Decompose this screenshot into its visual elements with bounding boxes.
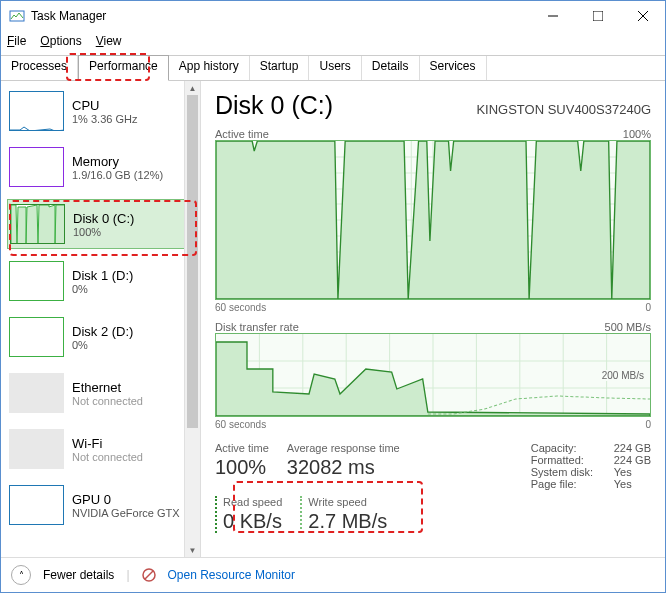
pagefile-label: Page file: [531,478,606,490]
footer: ˄ Fewer details | Open Resource Monitor [1,557,665,592]
menu-file[interactable]: File [7,34,26,48]
transfer-rate-graph: 200 MB/s [215,333,651,417]
tabs: Processes Performance App history Startu… [1,55,665,81]
scroll-up-icon[interactable]: ▲ [185,81,200,95]
window-title: Task Manager [31,9,530,23]
graph1-max: 100% [623,128,651,140]
resource-monitor-icon [142,568,156,582]
task-manager-window: Task Manager File Options View Processes… [0,0,666,593]
sidebar-item-gpu[interactable]: GPU 0 NVIDIA GeForce GTX [7,481,200,529]
memory-sub: 1.9/16.0 GB (12%) [72,169,163,181]
sidebar-item-disk1[interactable]: Disk 1 (D:) 0% [7,257,200,305]
detail-pane: Disk 0 (C:) KINGSTON SUV400S37240G Activ… [201,81,665,557]
minimize-button[interactable] [530,1,575,31]
disk-properties: Capacity:224 GB Formatted:224 GB System … [531,442,651,490]
graph1-xmin: 60 seconds [215,302,266,313]
svg-line-48 [145,571,153,579]
read-speed-value: 0 KB/s [223,510,282,533]
chevron-up-icon[interactable]: ˄ [11,565,31,585]
ethernet-label: Ethernet [72,380,143,395]
app-icon [9,8,25,24]
sidebar-item-disk0[interactable]: Disk 0 (C:) 100% [7,199,200,249]
tab-services[interactable]: Services [420,56,487,80]
graph2-ref: 200 MB/s [600,370,646,381]
disk1-thumb [9,261,64,301]
capacity-value: 224 GB [614,442,651,454]
systemdisk-value: Yes [614,466,632,478]
detail-title: Disk 0 (C:) [215,91,333,120]
disk1-sub: 0% [72,283,133,295]
graph2-max: 500 MB/s [605,321,651,333]
disk0-sub: 100% [73,226,134,238]
sidebar: CPU 1% 3.36 GHz Memory 1.9/16.0 GB (12%) [1,81,201,557]
scroll-down-icon[interactable]: ▼ [185,543,200,557]
sidebar-item-memory[interactable]: Memory 1.9/16.0 GB (12%) [7,143,200,191]
maximize-button[interactable] [575,1,620,31]
systemdisk-label: System disk: [531,466,606,478]
gpu-label: GPU 0 [72,492,180,507]
cpu-label: CPU [72,98,137,113]
svg-marker-5 [11,205,65,244]
tab-performance[interactable]: Performance [78,55,169,81]
wifi-thumb [9,429,64,469]
write-speed-value: 2.7 MB/s [308,510,387,533]
active-time-value: 100% [215,456,269,479]
pagefile-value: Yes [614,478,632,490]
write-speed-label: Write speed [308,496,387,508]
scrollbar-thumb[interactable] [187,95,198,428]
sidebar-item-wifi[interactable]: Wi-Fi Not connected [7,425,200,473]
avg-response-label: Average response time [287,442,400,454]
disk0-thumb [10,204,65,244]
capacity-label: Capacity: [531,442,606,454]
menubar: File Options View [1,31,665,51]
tab-users[interactable]: Users [309,56,361,80]
menu-view[interactable]: View [96,34,122,48]
memory-thumb [9,147,64,187]
svg-rect-2 [593,11,603,21]
close-button[interactable] [620,1,665,31]
cpu-thumb [9,91,64,131]
menu-options[interactable]: Options [40,34,81,48]
sidebar-item-cpu[interactable]: CPU 1% 3.36 GHz [7,87,200,135]
disk2-label: Disk 2 (D:) [72,324,133,339]
graph1-label: Active time [215,128,269,140]
gpu-thumb [9,485,64,525]
disk-model: KINGSTON SUV400S37240G [476,102,651,117]
ethernet-sub: Not connected [72,395,143,407]
window-controls [530,1,665,31]
formatted-label: Formatted: [531,454,606,466]
graph2-xmin: 60 seconds [215,419,266,430]
avg-response-value: 32082 ms [287,456,400,479]
active-time-label: Active time [215,442,269,454]
graph1-xmax: 0 [645,302,651,313]
disk2-thumb [9,317,64,357]
fewer-details-link[interactable]: Fewer details [43,568,114,582]
wifi-label: Wi-Fi [72,436,143,451]
read-speed-label: Read speed [223,496,282,508]
titlebar: Task Manager [1,1,665,31]
formatted-value: 224 GB [614,454,651,466]
disk1-label: Disk 1 (D:) [72,268,133,283]
tab-startup[interactable]: Startup [250,56,310,80]
sidebar-item-disk2[interactable]: Disk 2 (D:) 0% [7,313,200,361]
active-time-graph [215,140,651,300]
ethernet-thumb [9,373,64,413]
stats: Active time 100% Average response time 3… [215,442,651,490]
content: CPU 1% 3.36 GHz Memory 1.9/16.0 GB (12%) [1,81,665,557]
disk2-sub: 0% [72,339,133,351]
open-resource-monitor-link[interactable]: Open Resource Monitor [168,568,295,582]
sidebar-item-ethernet[interactable]: Ethernet Not connected [7,369,200,417]
cpu-sub: 1% 3.36 GHz [72,113,137,125]
disk0-label: Disk 0 (C:) [73,211,134,226]
tab-app-history[interactable]: App history [169,56,250,80]
tab-processes[interactable]: Processes [1,56,78,80]
gpu-sub: NVIDIA GeForce GTX [72,507,180,519]
graph2-label: Disk transfer rate [215,321,299,333]
memory-label: Memory [72,154,163,169]
sidebar-scrollbar[interactable]: ▲ ▼ [184,81,200,557]
wifi-sub: Not connected [72,451,143,463]
tab-details[interactable]: Details [362,56,420,80]
stats-row2: Read speed 0 KB/s Write speed 2.7 MB/s [215,496,651,533]
graph2-xmax: 0 [645,419,651,430]
